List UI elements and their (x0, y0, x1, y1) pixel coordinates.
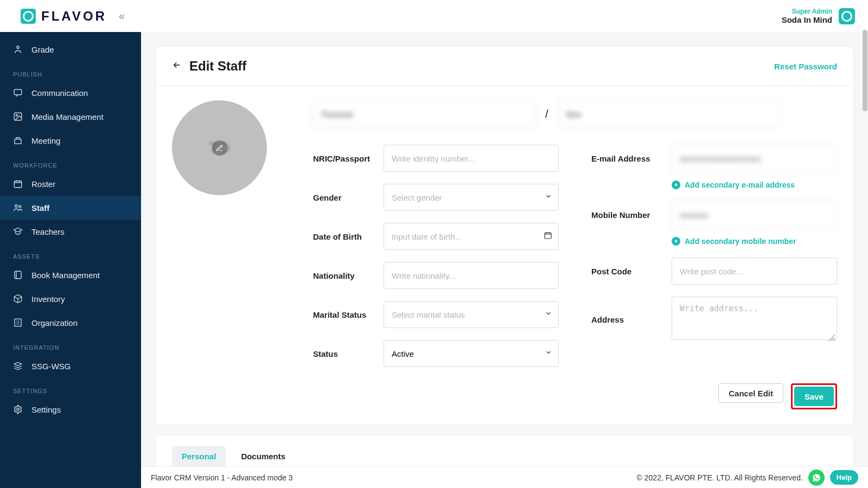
field-marital: Marital Status (313, 301, 559, 328)
sidebar-item-ssg-wsg[interactable]: SSG-WSG (0, 354, 141, 378)
sidebar-item-book-management[interactable]: Book Management (0, 263, 141, 287)
whatsapp-icon[interactable] (808, 470, 825, 486)
scrollbar[interactable] (863, 30, 867, 111)
gear-icon (13, 404, 23, 414)
header-left: FLAVOR « (21, 9, 125, 24)
edit-staff-card: Edit Staff Reset Password TO / (155, 46, 854, 425)
user-avatar-icon[interactable] (839, 8, 855, 24)
footer-copyright: © 2022, FLAVOR PTE. LTD. All Rights Rese… (637, 473, 803, 482)
teachers-icon (13, 227, 23, 236)
sidebar-item-inventory[interactable]: Inventory (0, 287, 141, 311)
cancel-button[interactable]: Cancel Edit (718, 383, 783, 403)
media-icon (13, 112, 23, 121)
header: FLAVOR « Super Admin Soda In Mind (0, 0, 868, 32)
back-arrow-icon[interactable] (172, 60, 182, 73)
label-mobile: Mobile Number (591, 210, 667, 220)
svg-point-7 (19, 206, 21, 208)
form-actions: Cancel Edit Save (156, 383, 853, 425)
meeting-icon (13, 136, 23, 145)
postcode-input[interactable] (672, 258, 837, 285)
sidebar-section: INTEGRATION (0, 335, 141, 354)
sidebar-item-roster[interactable]: Roster (0, 172, 141, 196)
nric-input[interactable] (384, 145, 559, 172)
save-highlight-box: Save (791, 383, 837, 409)
tab-personal[interactable]: Personal (172, 446, 226, 466)
mobile-input[interactable] (672, 201, 837, 228)
nationality-input[interactable] (384, 262, 559, 289)
sidebar-item-communication[interactable]: Communication (0, 81, 141, 105)
dob-input[interactable] (384, 223, 559, 250)
field-address: Address (591, 297, 837, 342)
gender-select[interactable] (384, 184, 559, 211)
status-select[interactable] (384, 340, 559, 367)
label-status: Status (313, 349, 379, 358)
label-dob: Date of Birth (313, 232, 379, 241)
sidebar-item-meeting[interactable]: Meeting (0, 129, 141, 152)
svg-rect-9 (15, 319, 21, 326)
logo-text: FLAVOR (41, 9, 107, 24)
sidebar-item-settings[interactable]: Settings (0, 397, 141, 421)
chat-icon (13, 88, 23, 98)
field-gender: Gender (313, 184, 559, 211)
add-link-label: Add secondary e-mail address (685, 181, 795, 189)
label-nationality: Nationality (313, 271, 379, 280)
reset-password-link[interactable]: Reset Password (774, 62, 837, 71)
sidebar-item-media-management[interactable]: Media Management (0, 105, 141, 129)
org-icon (13, 318, 23, 328)
sidebar-item-label: Communication (31, 88, 88, 98)
field-dob: Date of Birth (313, 223, 559, 250)
sidebar-item-label: Teachers (31, 227, 65, 236)
tab-documents[interactable]: Documents (231, 446, 295, 466)
add-link-label: Add secondary mobile number (685, 237, 796, 246)
footer: Flavor CRM Version 1 - Advanced mode 3 ©… (141, 466, 868, 488)
sidebar-item-staff[interactable]: Staff (0, 196, 141, 220)
main: Edit Staff Reset Password TO / (141, 32, 868, 466)
help-button[interactable]: Help (830, 470, 858, 485)
sidebar-item-label: Media Management (31, 112, 104, 121)
field-status: Status (313, 340, 559, 367)
add-email-link[interactable]: +Add secondary e-mail address (672, 181, 837, 189)
label-email: E-mail Address (591, 154, 667, 163)
sidebar-section: SETTINGS (0, 378, 141, 397)
sidebar-item-label: Roster (31, 179, 55, 189)
sidebar-item-teachers[interactable]: Teachers (0, 220, 141, 243)
card-header-left: Edit Staff (172, 59, 246, 74)
first-name-input[interactable] (313, 100, 535, 127)
footer-right: © 2022, FLAVOR PTE. LTD. All Rights Rese… (637, 470, 858, 486)
address-textarea[interactable] (672, 297, 837, 340)
avatar-edit-icon[interactable] (212, 140, 227, 156)
resize-handle-icon[interactable] (828, 333, 835, 340)
inventory-icon (13, 294, 23, 304)
marital-select[interactable] (384, 301, 559, 328)
sidebar-item-label: Grade (31, 45, 54, 54)
plus-icon: + (672, 181, 680, 189)
sidebar-section: ASSETS (0, 243, 141, 263)
card-header: Edit Staff Reset Password (156, 47, 853, 86)
label-marital: Marital Status (313, 310, 379, 319)
logo[interactable]: FLAVOR (21, 9, 107, 24)
last-name-input[interactable] (558, 100, 781, 127)
stack-icon (13, 361, 23, 371)
sidebar-collapse-toggle[interactable]: « (119, 10, 125, 22)
sidebar-item-label: Settings (31, 405, 61, 414)
sidebar-item-grade[interactable]: Grade (0, 37, 141, 61)
right-fields: E-mail Address+Add secondary e-mail addr… (591, 145, 837, 367)
sidebar: GradePUBLISHCommunicationMedia Managemen… (0, 32, 141, 488)
save-button[interactable]: Save (794, 387, 834, 406)
sidebar-section: PUBLISH (0, 61, 141, 81)
user-role: Super Admin (792, 8, 832, 15)
add-mobile-link[interactable]: +Add secondary mobile number (672, 237, 837, 246)
name-row: / (313, 100, 837, 127)
email-input[interactable] (672, 145, 837, 172)
book-icon (13, 270, 23, 280)
details-card: PersonalDocuments Account Information Ed… (155, 435, 854, 466)
sidebar-item-organization[interactable]: Organization (0, 311, 141, 335)
sidebar-item-label: SSG-WSG (31, 362, 71, 371)
svg-point-10 (17, 408, 20, 411)
avatar[interactable]: TO (172, 100, 267, 195)
plus-icon: + (672, 237, 680, 246)
field-email: E-mail Address (591, 145, 837, 172)
roster-icon (13, 179, 23, 189)
user-org: Soda In Mind (782, 15, 832, 24)
tabs: PersonalDocuments (156, 435, 853, 466)
